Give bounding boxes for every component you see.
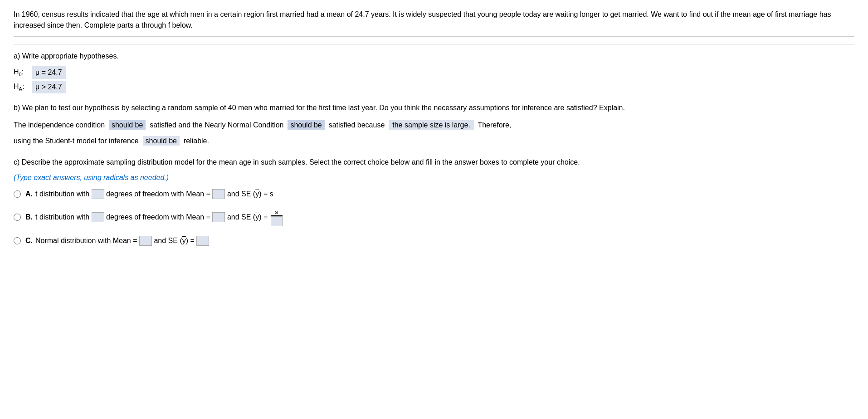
blue-note: (Type exact answers, using radicals as n… (14, 172, 854, 183)
part-a-label: a) Write appropriate hypotheses. (14, 51, 854, 62)
line1-pre: The independence condition (14, 121, 105, 129)
highlight-should-be-2: should be (288, 120, 324, 130)
part-b-label: b) We plan to test our hypothesis by sel… (14, 102, 854, 113)
h0-row: H0: μ = 24.7 (14, 66, 854, 79)
option-a-degrees-input[interactable] (92, 189, 104, 199)
option-b-pre: t distribution with (35, 212, 89, 223)
line2-post: reliable. (184, 137, 209, 145)
fraction-se-b: s (271, 209, 283, 227)
ha-label: HA: (14, 81, 32, 93)
divider (14, 44, 854, 44)
option-c-se-input[interactable] (196, 236, 209, 246)
option-c-mean-input[interactable] (139, 236, 152, 246)
line1-mid: satisfied and the Nearly Normal Conditio… (150, 121, 283, 129)
part-a-section: a) Write appropriate hypotheses. H0: μ =… (14, 51, 854, 93)
option-a-pre: t distribution with (35, 189, 89, 200)
intro-paragraph: In 1960, census results indicated that t… (14, 10, 831, 29)
intro-text: In 1960, census results indicated that t… (14, 9, 854, 37)
option-a-mean-input[interactable] (212, 189, 225, 199)
part-b-section: b) We plan to test our hypothesis by sel… (14, 102, 854, 148)
highlight-reason: the sample size is large. (389, 120, 474, 130)
option-c-pre: Normal distribution with Mean = (35, 235, 137, 246)
h0-label: H0: (14, 67, 32, 78)
option-c-radio[interactable] (14, 237, 21, 244)
line1-post: Therefore, (478, 121, 511, 129)
option-b-degrees-input[interactable] (92, 212, 104, 222)
option-a-letter: A. (25, 189, 33, 200)
highlight-should-be-1: should be (109, 120, 146, 130)
ha-row: HA: μ > 24.7 (14, 81, 854, 93)
option-c-letter: C. (25, 235, 33, 246)
line1-mid2: satisfied because (329, 121, 385, 129)
option-c-mid: and SE (y) = (154, 235, 194, 246)
option-a-mid: degrees of freedom with Mean = (106, 189, 210, 200)
option-b-se-input[interactable] (271, 216, 283, 226)
option-b-row: B. t distribution with degrees of freedo… (14, 209, 854, 227)
highlight-should-be-3: should be (143, 136, 180, 146)
part-c-label: c) Describe the approximate sampling dis… (14, 157, 854, 168)
option-a-row: A. t distribution with degrees of freedo… (14, 189, 854, 200)
fraction-numerator-b: s (275, 209, 278, 216)
option-a-radio[interactable] (14, 190, 21, 198)
part-c-section: c) Describe the approximate sampling dis… (14, 157, 854, 247)
condition-line-1: The independence condition should be sat… (14, 119, 854, 132)
h0-value: μ = 24.7 (32, 66, 66, 79)
option-b-mean-input[interactable] (212, 212, 225, 222)
condition-line-2: using the Student-t model for inference … (14, 135, 854, 148)
option-a-mid2: and SE (y) = s (227, 189, 273, 200)
option-b-letter: B. (25, 212, 33, 223)
option-b-mid: degrees of freedom with Mean = (106, 212, 210, 223)
fraction-denominator-b (271, 215, 283, 226)
ha-value: μ > 24.7 (32, 81, 66, 93)
option-b-mid2: and SE (y) = (227, 212, 268, 223)
line2-pre: using the Student-t model for inference (14, 137, 139, 145)
option-b-radio[interactable] (14, 214, 21, 221)
option-c-row: C. Normal distribution with Mean = and S… (14, 235, 854, 246)
